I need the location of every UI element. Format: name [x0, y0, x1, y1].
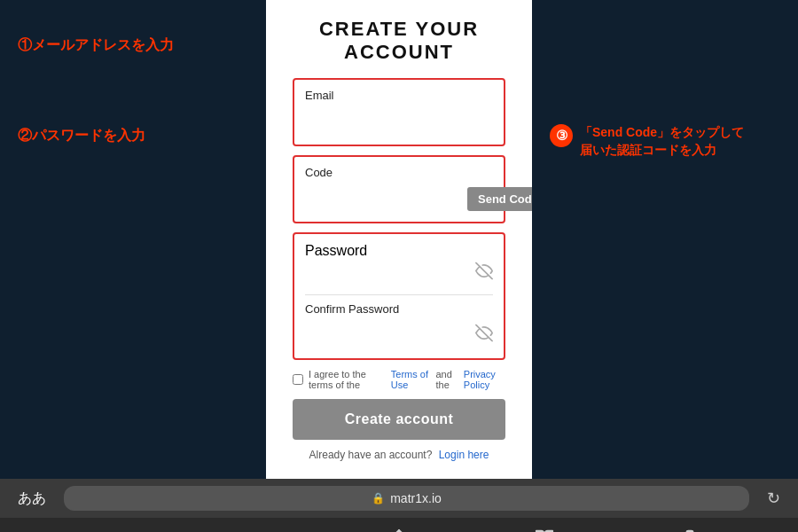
main-area: ①メールアドレスを入力 ②パスワードを入力 CREATE YOUR ACCOUN… [0, 0, 798, 479]
left-panel: ①メールアドレスを入力 ②パスワードを入力 [0, 0, 266, 479]
confirm-password-field-wrap [305, 321, 493, 349]
terms-of-use-link[interactable]: Terms of Use [391, 369, 431, 390]
login-link[interactable]: Login here [439, 449, 489, 461]
step3-circle: ③ [550, 124, 573, 147]
annotation-step2: ②パスワードを入力 [18, 126, 145, 145]
annotation-step1: ①メールアドレスを入力 [18, 35, 174, 55]
browser-share-button[interactable] [389, 528, 409, 532]
send-code-button[interactable]: Send Code [467, 187, 532, 211]
terms-row: I agree to the terms of the Terms of Use… [293, 369, 505, 390]
email-section: Email [293, 78, 505, 146]
lock-icon: 🔒 [372, 492, 385, 505]
terms-checkbox[interactable] [293, 374, 303, 385]
browser-address-bar: ああ 🔒 matr1x.io ↻ [0, 479, 798, 518]
password-input[interactable] [305, 259, 493, 287]
browser-bar: ああ 🔒 matr1x.io ↻ [0, 479, 798, 532]
code-row: Send Code [305, 184, 493, 213]
right-panel: ③ 「Send Code」をタップして 届いた認証コードを入力 [532, 0, 798, 479]
terms-text: I agree to the terms of the [309, 369, 386, 390]
divider [305, 294, 493, 295]
password-section: Password Confirm Password [293, 232, 505, 360]
center-panel: CREATE YOUR ACCOUNT Email Code Send Code… [266, 0, 532, 479]
privacy-policy-link[interactable]: Privacy Policy [464, 369, 505, 390]
browser-url-bar[interactable]: 🔒 matr1x.io [64, 486, 749, 511]
browser-lang-selector[interactable]: ああ [18, 489, 46, 508]
reload-button[interactable]: ↻ [767, 489, 780, 508]
login-row: Already have an account? Login here [309, 449, 489, 461]
code-section: Code Send Code [293, 155, 505, 223]
code-label: Code [305, 166, 493, 179]
create-account-button[interactable]: Create account [293, 399, 505, 440]
confirm-password-label: Confirm Password [305, 302, 493, 316]
email-label: Email [305, 89, 493, 102]
browser-bookmarks-button[interactable] [535, 528, 554, 532]
annotation-step3: 「Send Code」をタップして 届いた認証コードを入力 [580, 124, 744, 159]
password-field-wrap [305, 259, 493, 287]
browser-tabs-button[interactable] [680, 528, 700, 532]
already-account-text: Already have an account? [309, 449, 433, 461]
browser-nav-bar [0, 518, 798, 532]
browser-forward-button[interactable] [244, 528, 263, 532]
confirm-eye-icon[interactable] [475, 325, 493, 347]
code-input[interactable] [305, 184, 460, 213]
browser-back-button[interactable] [98, 528, 118, 532]
page-title: CREATE YOUR ACCOUNT [293, 18, 505, 64]
password-eye-icon[interactable] [475, 262, 493, 285]
terms-and: and the [436, 369, 458, 390]
confirm-password-input[interactable] [305, 321, 493, 349]
url-text: matr1x.io [390, 491, 442, 505]
password-label: Password [305, 243, 367, 258]
email-input[interactable] [305, 107, 493, 136]
